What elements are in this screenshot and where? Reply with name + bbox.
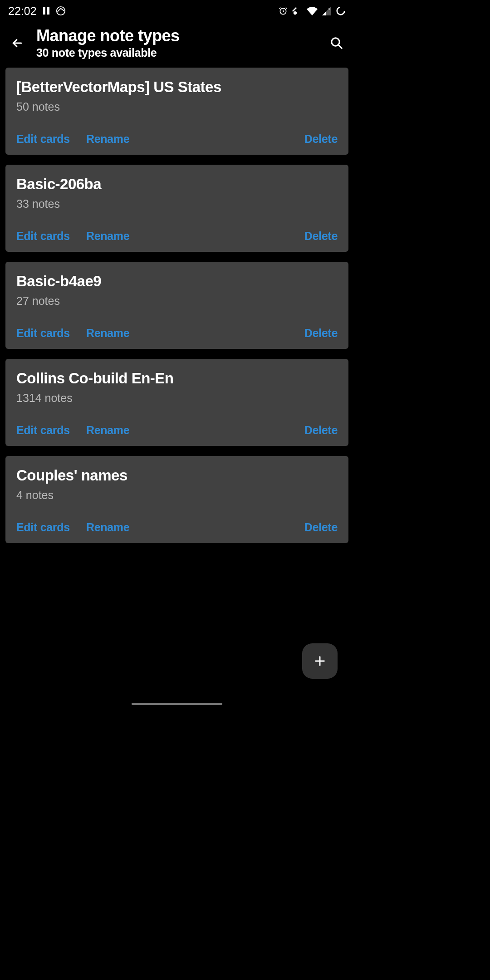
note-type-name: Collins Co-build En-En: [16, 370, 338, 387]
svg-rect-1: [47, 7, 49, 15]
back-button[interactable]: [8, 34, 26, 52]
note-type-card[interactable]: Couples' names 4 notes Edit cards Rename…: [5, 456, 348, 543]
add-note-type-fab[interactable]: [302, 643, 338, 679]
alarm-icon: [279, 6, 288, 15]
svg-rect-0: [43, 7, 45, 15]
note-type-name: Couples' names: [16, 467, 338, 484]
note-type-count: 4 notes: [16, 489, 338, 502]
svg-point-4: [294, 11, 297, 15]
delete-button[interactable]: Delete: [304, 424, 338, 437]
status-time: 22:02: [8, 5, 37, 18]
page-title: Manage note types: [36, 26, 318, 45]
rename-button[interactable]: Rename: [86, 132, 129, 146]
delete-button[interactable]: Delete: [304, 327, 338, 340]
note-type-name: [BetterVectorMaps] US States: [16, 78, 338, 96]
note-type-card[interactable]: Basic-206ba 33 notes Edit cards Rename D…: [5, 165, 348, 252]
signal-icon: x: [322, 6, 331, 15]
key-icon: [292, 6, 302, 16]
note-type-count: 1314 notes: [16, 392, 338, 405]
delete-button[interactable]: Delete: [304, 132, 338, 146]
svg-rect-5: [292, 7, 297, 12]
gesture-handle: [132, 703, 222, 705]
note-type-count: 33 notes: [16, 197, 338, 211]
note-type-count: 27 notes: [16, 294, 338, 308]
note-type-name: Basic-206ba: [16, 176, 338, 193]
rename-button[interactable]: Rename: [86, 230, 129, 243]
wifi-icon: [307, 6, 318, 15]
globe-icon: [56, 6, 66, 16]
rename-button[interactable]: Rename: [86, 424, 129, 437]
edit-cards-button[interactable]: Edit cards: [16, 521, 70, 534]
svg-text:x: x: [328, 7, 330, 11]
pause-icon: [43, 7, 49, 15]
page-subtitle: 30 note types available: [36, 46, 318, 59]
note-type-count: 50 notes: [16, 100, 338, 113]
status-bar: 22:02 x: [0, 0, 354, 22]
note-type-card[interactable]: Basic-b4ae9 27 notes Edit cards Rename D…: [5, 262, 348, 349]
app-bar: Manage note types 30 note types availabl…: [0, 22, 354, 68]
svg-point-7: [337, 7, 345, 15]
search-icon: [330, 36, 343, 50]
loading-icon: [336, 6, 346, 16]
note-type-card[interactable]: Collins Co-build En-En 1314 notes Edit c…: [5, 359, 348, 446]
rename-button[interactable]: Rename: [86, 521, 129, 534]
note-type-name: Basic-b4ae9: [16, 273, 338, 290]
edit-cards-button[interactable]: Edit cards: [16, 327, 70, 340]
rename-button[interactable]: Rename: [86, 327, 129, 340]
edit-cards-button[interactable]: Edit cards: [16, 132, 70, 146]
delete-button[interactable]: Delete: [304, 230, 338, 243]
plus-icon: [314, 655, 326, 667]
edit-cards-button[interactable]: Edit cards: [16, 230, 70, 243]
delete-button[interactable]: Delete: [304, 521, 338, 534]
note-type-list: [BetterVectorMaps] US States 50 notes Ed…: [0, 68, 354, 543]
note-type-card[interactable]: [BetterVectorMaps] US States 50 notes Ed…: [5, 68, 348, 155]
edit-cards-button[interactable]: Edit cards: [16, 424, 70, 437]
search-button[interactable]: [328, 34, 346, 52]
arrow-left-icon: [10, 36, 24, 50]
